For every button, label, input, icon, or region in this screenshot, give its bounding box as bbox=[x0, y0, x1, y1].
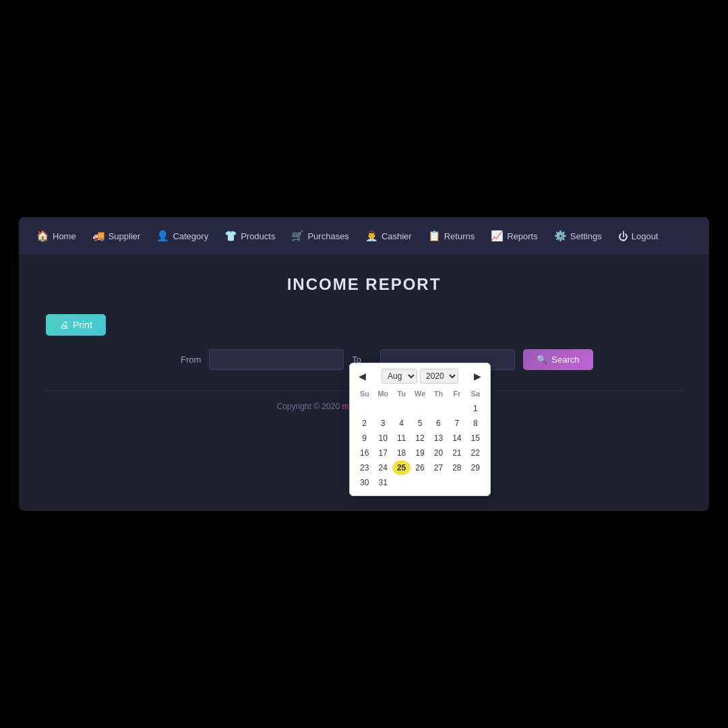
nav-label-purchases: Purchases bbox=[307, 231, 348, 241]
cal-day[interactable]: 6 bbox=[429, 416, 448, 431]
cal-day[interactable]: 2 bbox=[355, 416, 373, 431]
cal-day-empty bbox=[392, 401, 411, 416]
from-label: From bbox=[181, 355, 201, 365]
cal-day[interactable]: 3 bbox=[373, 416, 392, 431]
cal-day[interactable]: 12 bbox=[411, 431, 429, 446]
search-icon: 🔍 bbox=[537, 355, 547, 365]
from-input[interactable] bbox=[209, 349, 344, 370]
nav-item-logout[interactable]: ⏻Logout bbox=[611, 226, 665, 246]
nav-label-logout: Logout bbox=[632, 231, 659, 241]
main-content: INCOME REPORT 🖨 Print From To 🔍 Search ◀ bbox=[19, 255, 709, 511]
month-select[interactable]: Jan Feb Mar Apr May Jun Jul Aug Sep Oct … bbox=[382, 369, 417, 384]
page-title: INCOME REPORT bbox=[46, 275, 682, 294]
cal-next-button[interactable]: ▶ bbox=[471, 369, 485, 383]
year-select[interactable]: 2018 2019 2020 2021 2022 bbox=[420, 369, 458, 384]
nav-label-category: Category bbox=[173, 231, 208, 241]
calendar-days-header: Su Mo Tu We Th Fr Sa bbox=[355, 388, 485, 400]
cal-day[interactable]: 16 bbox=[355, 446, 373, 460]
calendar-header: ◀ Jan Feb Mar Apr May Jun Jul Aug Sep bbox=[355, 369, 485, 384]
cal-day[interactable]: 4 bbox=[392, 416, 411, 431]
cal-day-empty bbox=[355, 401, 373, 416]
search-label: Search bbox=[551, 355, 579, 365]
cal-day[interactable]: 29 bbox=[466, 460, 485, 475]
cal-day[interactable]: 15 bbox=[466, 431, 485, 446]
cashier-icon: 👨‍💼 bbox=[365, 230, 378, 242]
nav-item-reports[interactable]: 📈Reports bbox=[484, 226, 545, 246]
cal-day[interactable]: 26 bbox=[411, 460, 429, 475]
cal-day[interactable]: 14 bbox=[448, 431, 466, 446]
cal-day[interactable]: 10 bbox=[373, 431, 392, 446]
cal-day[interactable]: 30 bbox=[355, 475, 373, 490]
nav-label-settings: Settings bbox=[570, 231, 602, 241]
settings-icon: ⚙️ bbox=[554, 230, 567, 242]
nav-item-supplier[interactable]: 🚚Supplier bbox=[86, 226, 148, 246]
nav-item-products[interactable]: 👕Products bbox=[218, 226, 282, 246]
cal-day[interactable]: 31 bbox=[373, 475, 392, 490]
cal-day[interactable]: 19 bbox=[411, 446, 429, 460]
nav-item-cashier[interactable]: 👨‍💼Cashier bbox=[359, 226, 419, 246]
returns-icon: 📋 bbox=[428, 230, 441, 242]
cal-day[interactable]: 1 bbox=[466, 401, 485, 416]
cal-day-empty bbox=[373, 401, 392, 416]
cal-day-empty bbox=[466, 475, 485, 490]
cal-day[interactable]: 20 bbox=[429, 446, 448, 460]
cal-selects: Jan Feb Mar Apr May Jun Jul Aug Sep Oct … bbox=[382, 369, 458, 384]
cal-day-empty bbox=[448, 401, 466, 416]
print-icon: 🖨 bbox=[59, 320, 69, 330]
footer-text: Copyright © 2020 bbox=[277, 402, 342, 411]
nav-label-products: Products bbox=[241, 231, 275, 241]
category-icon: 👤 bbox=[156, 230, 169, 242]
cal-day-empty bbox=[448, 475, 466, 490]
calendar-grid: 1 2 3 4 5 6 7 8 9 10 11 12 13 14 15 bbox=[355, 401, 485, 490]
cal-day[interactable]: 22 bbox=[466, 446, 485, 460]
nav-item-settings[interactable]: ⚙️Settings bbox=[547, 226, 609, 246]
nav-label-cashier: Cashier bbox=[382, 231, 412, 241]
calendar-picker: ◀ Jan Feb Mar Apr May Jun Jul Aug Sep bbox=[349, 363, 491, 496]
cal-day[interactable]: 7 bbox=[448, 416, 466, 431]
nav-label-home: Home bbox=[53, 231, 76, 241]
nav-label-supplier: Supplier bbox=[109, 231, 141, 241]
print-label: Print bbox=[73, 320, 92, 330]
products-icon: 👕 bbox=[224, 230, 237, 242]
nav-item-returns[interactable]: 📋Returns bbox=[421, 226, 482, 246]
logout-icon: ⏻ bbox=[618, 231, 628, 242]
cal-day[interactable]: 18 bbox=[392, 446, 411, 460]
cal-day[interactable]: 11 bbox=[392, 431, 411, 446]
cal-day[interactable]: 28 bbox=[448, 460, 466, 475]
cal-day-empty bbox=[429, 475, 448, 490]
nav-item-category[interactable]: 👤Category bbox=[150, 226, 215, 246]
cal-day-today[interactable]: 25 bbox=[392, 460, 411, 475]
nav-label-returns: Returns bbox=[444, 231, 475, 241]
cal-day-empty bbox=[392, 475, 411, 490]
reports-icon: 📈 bbox=[491, 230, 504, 242]
cal-day-empty bbox=[411, 401, 429, 416]
cal-day-empty bbox=[429, 401, 448, 416]
cal-day[interactable]: 21 bbox=[448, 446, 466, 460]
cal-day[interactable]: 27 bbox=[429, 460, 448, 475]
cal-day[interactable]: 13 bbox=[429, 431, 448, 446]
print-button[interactable]: 🖨 Print bbox=[46, 314, 106, 336]
cal-day[interactable]: 17 bbox=[373, 446, 392, 460]
nav-item-purchases[interactable]: 🛒Purchases bbox=[284, 226, 355, 246]
search-button[interactable]: 🔍 Search bbox=[523, 349, 593, 370]
purchases-icon: 🛒 bbox=[291, 230, 304, 242]
cal-day[interactable]: 23 bbox=[355, 460, 373, 475]
cal-day[interactable]: 5 bbox=[411, 416, 429, 431]
cal-day[interactable]: 24 bbox=[373, 460, 392, 475]
nav-label-reports: Reports bbox=[507, 231, 538, 241]
home-icon: 🏠 bbox=[36, 230, 49, 242]
supplier-icon: 🚚 bbox=[92, 230, 105, 242]
cal-day-empty bbox=[411, 475, 429, 490]
cal-day[interactable]: 8 bbox=[466, 416, 485, 431]
cal-prev-button[interactable]: ◀ bbox=[355, 369, 369, 383]
nav-item-home[interactable]: 🏠Home bbox=[30, 226, 83, 246]
cal-day[interactable]: 9 bbox=[355, 431, 373, 446]
navbar: 🏠Home🚚Supplier👤Category👕Products🛒Purchas… bbox=[19, 217, 709, 255]
